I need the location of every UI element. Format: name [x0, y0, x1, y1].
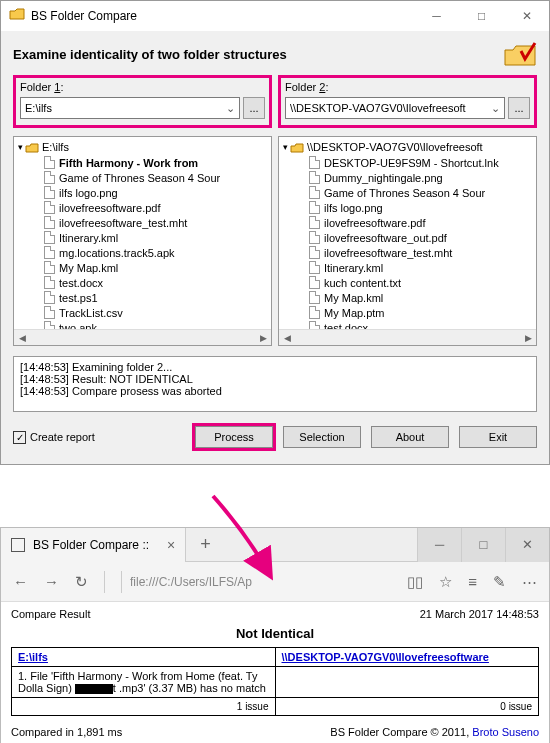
report-heading: Compare Result [11, 608, 90, 620]
tree-root[interactable]: ▾ \\DESKTOP-VAO7GV0\Ilovefreesoft [283, 141, 532, 153]
compare-duration: Compared in 1,891 ms [11, 726, 122, 738]
file-icon [44, 276, 55, 289]
selection-button[interactable]: Selection [283, 426, 361, 448]
more-icon[interactable]: ⋯ [522, 573, 537, 591]
folder2-browse-button[interactable]: ... [508, 97, 530, 119]
tree-item[interactable]: ilovefreesoftware_test.mht [18, 215, 267, 230]
tree-item[interactable]: ilovefreesoftware.pdf [283, 215, 532, 230]
tree-item[interactable]: TrackList.csv [18, 305, 267, 320]
tree-item-label: Fifth Harmony - Work from [59, 157, 198, 169]
folder1-path: E:\ilfs [25, 102, 226, 114]
report-timestamp: 21 March 2017 14:48:53 [420, 608, 539, 620]
folder2-tree[interactable]: ▾ \\DESKTOP-VAO7GV0\Ilovefreesoft DESKTO… [278, 136, 537, 346]
tree-item[interactable]: ilovefreesoftware_test.mht [283, 245, 532, 260]
hscrollbar[interactable]: ◀▶ [14, 329, 271, 345]
file-icon [309, 276, 320, 289]
file-icon [44, 171, 55, 184]
tree-item-label: test.ps1 [59, 292, 98, 304]
tree-item[interactable]: test.ps1 [18, 290, 267, 305]
file-icon [44, 156, 55, 169]
tab-close-icon[interactable]: × [167, 537, 175, 553]
tree-item-label: TrackList.csv [59, 307, 123, 319]
tree-item[interactable]: Itinerary.kml [283, 260, 532, 275]
new-tab-button[interactable]: + [186, 534, 225, 555]
redacted-text [75, 684, 113, 694]
tree-item-label: Game of Thrones Season 4 Sour [324, 187, 485, 199]
browser-window: BS Folder Compare :: No × + ─ □ ✕ ← → ↻ … [0, 527, 550, 743]
maximize-button[interactable]: □ [459, 1, 504, 31]
hub-icon[interactable]: ≡ [468, 573, 477, 590]
tree-item-label: My Map.kml [324, 292, 383, 304]
tree-item[interactable]: DESKTOP-UE9FS9M - Shortcut.lnk [283, 155, 532, 170]
tree-item-label: DESKTOP-UE9FS9M - Shortcut.lnk [324, 157, 499, 169]
col2-header: \\DESKTOP-VAO7GV0\Ilovefreesoftware [275, 648, 539, 667]
tree-item[interactable]: ilovefreesoftware_out.pdf [283, 230, 532, 245]
titlebar: BS Folder Compare ─ □ ✕ [1, 1, 549, 31]
folder2-group: Folder 2: \\DESKTOP-VAO7GV0\Ilovefreesof… [278, 75, 537, 128]
log-panel: [14:48:53] Examining folder 2... [14:48:… [13, 356, 537, 412]
app-title: BS Folder Compare [31, 9, 414, 23]
tree-item[interactable]: Fifth Harmony - Work from [18, 155, 267, 170]
window-controls: ─ □ ✕ [414, 1, 549, 31]
forward-icon[interactable]: → [44, 573, 59, 590]
report-verdict: Not Identical [11, 626, 539, 641]
tree-item[interactable]: Dummy_nightingale.png [283, 170, 532, 185]
tree-item-label: test.docx [59, 277, 103, 289]
file-icon [44, 246, 55, 259]
create-report-checkbox[interactable]: ✓ Create report [13, 431, 185, 444]
file-icon [309, 231, 320, 244]
tree-item[interactable]: My Map.kml [18, 260, 267, 275]
file-icon [309, 186, 320, 199]
hscrollbar[interactable]: ◀▶ [279, 329, 536, 345]
tree-item[interactable]: Game of Thrones Season 4 Sour [283, 185, 532, 200]
back-icon[interactable]: ← [13, 573, 28, 590]
folder1-tree[interactable]: ▾ E:\ilfs Fifth Harmony - Work from Game… [13, 136, 272, 346]
tree-item[interactable]: My Map.kml [283, 290, 532, 305]
folder2-path: \\DESKTOP-VAO7GV0\Ilovefreesoft [290, 102, 491, 114]
compare-cell [275, 667, 539, 698]
folder1-browse-button[interactable]: ... [243, 97, 265, 119]
file-icon [309, 216, 320, 229]
tree-item[interactable]: ilfs logo.png [283, 200, 532, 215]
tree-root[interactable]: ▾ E:\ilfs [18, 141, 267, 153]
exit-button[interactable]: Exit [459, 426, 537, 448]
tree-item[interactable]: ilovefreesoftware.pdf [18, 200, 267, 215]
file-icon [44, 201, 55, 214]
log-line: [14:48:53] Compare prosess was aborted [20, 385, 530, 397]
tree-item-label: ilovefreesoftware_test.mht [324, 247, 452, 259]
app-icon [9, 6, 25, 26]
folder-check-icon [503, 41, 537, 67]
file-icon [44, 306, 55, 319]
notes-icon[interactable]: ✎ [493, 573, 506, 591]
folder1-combo[interactable]: E:\ilfs ⌄ [20, 97, 240, 119]
tree-item[interactable]: My Map.ptm [283, 305, 532, 320]
close-button[interactable]: ✕ [504, 1, 549, 31]
tree-item-label: ilovefreesoftware.pdf [59, 202, 161, 214]
tree-item[interactable]: kuch content.txt [283, 275, 532, 290]
process-button[interactable]: Process [195, 426, 273, 448]
tree-item[interactable]: mg.locations.track5.apk [18, 245, 267, 260]
tree-item-label: ilovefreesoftware_out.pdf [324, 232, 447, 244]
favorite-icon[interactable]: ☆ [439, 573, 452, 591]
tree-item[interactable]: Itinerary.kml [18, 230, 267, 245]
tree-item-label: ilfs logo.png [59, 187, 118, 199]
tree-item-label: Itinerary.kml [324, 262, 383, 274]
refresh-icon[interactable]: ↻ [75, 573, 88, 591]
file-icon [309, 201, 320, 214]
browser-minimize-button[interactable]: ─ [417, 528, 461, 562]
url-bar[interactable]: file:///C:/Users/ILFS/Ap [121, 571, 391, 593]
tree-item-label: My Map.ptm [324, 307, 385, 319]
folder2-combo[interactable]: \\DESKTOP-VAO7GV0\Ilovefreesoft ⌄ [285, 97, 505, 119]
issue-count: 0 issue [275, 698, 539, 716]
browser-tab[interactable]: BS Folder Compare :: No × [1, 528, 186, 562]
tree-item-label: ilovefreesoftware_test.mht [59, 217, 187, 229]
reading-icon[interactable]: ▯▯ [407, 573, 423, 591]
browser-close-button[interactable]: ✕ [505, 528, 549, 562]
browser-maximize-button[interactable]: □ [461, 528, 505, 562]
tree-item[interactable]: ilfs logo.png [18, 185, 267, 200]
about-button[interactable]: About [371, 426, 449, 448]
tree-item[interactable]: test.docx [18, 275, 267, 290]
chevron-down-icon: ⌄ [226, 102, 235, 115]
minimize-button[interactable]: ─ [414, 1, 459, 31]
tree-item[interactable]: Game of Thrones Season 4 Sour [18, 170, 267, 185]
